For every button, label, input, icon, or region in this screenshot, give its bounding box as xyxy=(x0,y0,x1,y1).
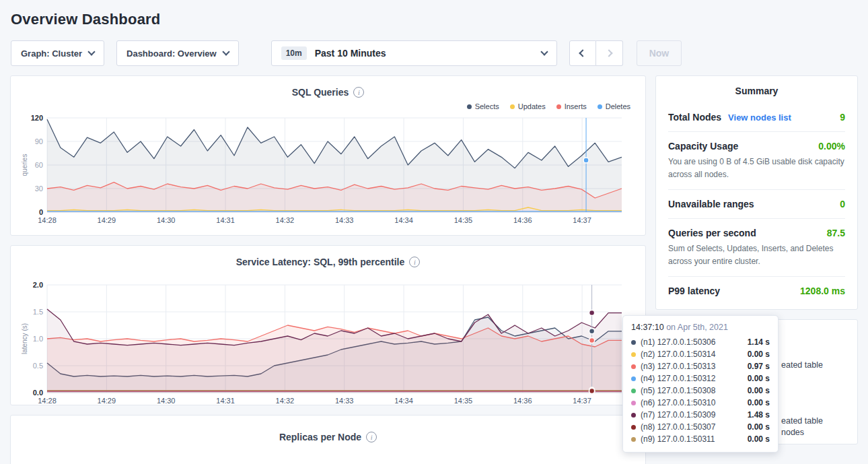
svg-text:60: 60 xyxy=(35,161,43,169)
svg-text:14:32: 14:32 xyxy=(276,397,295,405)
chart-title: Replicas per Node xyxy=(279,432,361,442)
chevron-down-icon xyxy=(540,48,548,55)
legend-label: Selects xyxy=(475,102,499,110)
svg-text:30: 30 xyxy=(35,185,43,193)
svg-text:120: 120 xyxy=(31,114,43,122)
svg-text:14:36: 14:36 xyxy=(513,216,532,224)
svg-text:14:34: 14:34 xyxy=(394,397,413,405)
view-nodes-list-link[interactable]: View nodes list xyxy=(728,112,791,123)
summary-row-capacity: Capacity Usage 0.00% You are using 0 B o… xyxy=(668,131,845,189)
series-dot-icon xyxy=(631,389,636,393)
chart-header: SQL Queries xyxy=(20,84,636,100)
legend-item[interactable]: Selects xyxy=(467,102,499,110)
previous-interval-button[interactable] xyxy=(569,40,596,66)
svg-text:2.0: 2.0 xyxy=(33,281,43,289)
graph-dropdown[interactable]: Graph: Cluster xyxy=(11,40,104,66)
sql-queries-chart-card: SQL Queries SelectsUpdatesInsertsDeletes… xyxy=(10,75,646,236)
series-dot-icon xyxy=(631,425,636,430)
svg-text:14:30: 14:30 xyxy=(157,216,176,224)
summary-card: Summary Total Nodes View nodes list 9 Ca… xyxy=(655,75,858,310)
service-latency-plot[interactable]: 14:2814:2914:3014:3114:3214:3314:3414:35… xyxy=(20,279,631,405)
svg-text:14:31: 14:31 xyxy=(216,397,235,405)
svg-text:14:28: 14:28 xyxy=(38,216,57,224)
svg-text:0.0: 0.0 xyxy=(33,389,43,397)
tooltip-node-row: (n1) 127.0.0.1:503061.14 s xyxy=(631,336,770,348)
dashboard-dropdown[interactable]: Dashboard: Overview xyxy=(116,40,239,66)
node-address: (n2) 127.0.0.1:50314 xyxy=(641,350,715,359)
svg-text:14:30: 14:30 xyxy=(157,397,176,405)
node-latency-value: 0.00 s xyxy=(748,398,770,407)
node-latency-value: 1.48 s xyxy=(748,410,770,420)
node-latency-value: 0.00 s xyxy=(748,386,770,395)
event-item-truncated[interactable]: nodes xyxy=(781,428,804,437)
svg-text:0.5: 0.5 xyxy=(33,362,43,370)
capacity-usage-label: Capacity Usage xyxy=(668,141,738,152)
svg-text:14:31: 14:31 xyxy=(216,216,235,224)
queries-per-second-label: Queries per second xyxy=(668,228,756,238)
total-nodes-value: 9 xyxy=(840,112,845,123)
info-icon[interactable] xyxy=(409,257,420,267)
node-latency-value: 0.97 s xyxy=(748,362,770,371)
capacity-usage-value: 0.00% xyxy=(818,141,845,152)
tooltip-rows: (n1) 127.0.0.1:503061.14 s(n2) 127.0.0.1… xyxy=(631,336,770,445)
tooltip-node-row: (n3) 127.0.0.1:503130.97 s xyxy=(631,360,770,372)
time-step-buttons xyxy=(569,40,623,66)
chart-legend: SelectsUpdatesInsertsDeletes xyxy=(20,100,636,112)
graph-dropdown-label: Graph: Cluster xyxy=(21,48,82,59)
tooltip-node-row: (n6) 127.0.0.1:503100.00 s xyxy=(631,397,770,409)
event-item-truncated[interactable]: eated table xyxy=(781,360,823,370)
legend-dot-icon xyxy=(467,104,472,109)
chevron-right-icon xyxy=(606,49,613,57)
time-range-picker[interactable]: 10m Past 10 Minutes xyxy=(271,40,557,66)
p99-latency-label: P99 latency xyxy=(668,286,720,296)
summary-title: Summary xyxy=(668,86,845,103)
legend-item[interactable]: Updates xyxy=(510,102,546,110)
info-icon[interactable] xyxy=(366,432,377,442)
total-nodes-label: Total Nodes xyxy=(668,112,721,123)
chevron-down-icon xyxy=(87,48,95,55)
svg-text:14:29: 14:29 xyxy=(98,397,116,405)
series-dot-icon xyxy=(631,340,636,345)
legend-label: Inserts xyxy=(565,102,587,110)
svg-text:1.0: 1.0 xyxy=(33,335,43,343)
sql-queries-plot[interactable]: 14:2814:2914:3014:3114:3214:3314:3414:35… xyxy=(20,112,631,227)
page-title: Overview Dashboard xyxy=(0,0,868,28)
svg-text:14:29: 14:29 xyxy=(98,216,116,224)
svg-text:14:35: 14:35 xyxy=(454,216,473,224)
now-button[interactable]: Now xyxy=(637,40,682,66)
plot-area: 14:2814:2914:3014:3114:3214:3314:3414:35… xyxy=(20,112,636,230)
svg-text:14:34: 14:34 xyxy=(394,216,413,224)
summary-row-qps: Queries per second 87.5 Sum of Selects, … xyxy=(668,218,845,276)
node-address: (n3) 127.0.0.1:50313 xyxy=(641,362,715,371)
svg-text:queries: queries xyxy=(21,154,28,176)
svg-text:0: 0 xyxy=(39,208,43,216)
legend-item[interactable]: Inserts xyxy=(556,102,587,110)
tooltip-node-row: (n2) 127.0.0.1:503140.00 s xyxy=(631,348,770,360)
node-latency-value: 0.00 s xyxy=(748,422,770,432)
tooltip-node-row: (n4) 127.0.0.1:503120.00 s xyxy=(631,372,770,385)
time-range-label: Past 10 Minutes xyxy=(315,48,534,59)
chevron-down-icon xyxy=(222,48,229,55)
svg-text:1.5: 1.5 xyxy=(33,308,43,316)
chart-header: Replicas per Node xyxy=(20,429,636,445)
tooltip-time: 14:37:10 xyxy=(631,323,664,332)
plot-area: 14:2814:2914:3014:3114:3214:3314:3414:35… xyxy=(20,279,636,405)
queries-per-second-value: 87.5 xyxy=(827,228,845,238)
event-item-truncated[interactable]: eated table xyxy=(781,416,823,426)
node-address: (n5) 127.0.0.1:50308 xyxy=(641,386,715,395)
svg-text:14:33: 14:33 xyxy=(335,397,354,405)
series-dot-icon xyxy=(631,376,636,381)
svg-text:14:36: 14:36 xyxy=(513,397,532,405)
node-address: (n4) 127.0.0.1:50312 xyxy=(641,374,715,383)
legend-item[interactable]: Deletes xyxy=(598,102,630,110)
next-interval-button[interactable] xyxy=(596,40,623,66)
tooltip-node-row: (n8) 127.0.0.1:503070.00 s xyxy=(631,421,770,433)
legend-label: Updates xyxy=(518,102,546,110)
svg-text:14:32: 14:32 xyxy=(276,216,295,224)
tooltip-title: 14:37:10 on Apr 5th, 2021 xyxy=(631,323,770,336)
series-dot-icon xyxy=(631,437,636,442)
unavailable-ranges-label: Unavailable ranges xyxy=(668,199,754,209)
summary-row-p99-latency: P99 latency 1208.0 ms xyxy=(668,276,845,305)
info-icon[interactable] xyxy=(353,87,364,98)
tooltip-node-row: (n9) 127.0.0.1:503110.00 s xyxy=(631,433,770,445)
